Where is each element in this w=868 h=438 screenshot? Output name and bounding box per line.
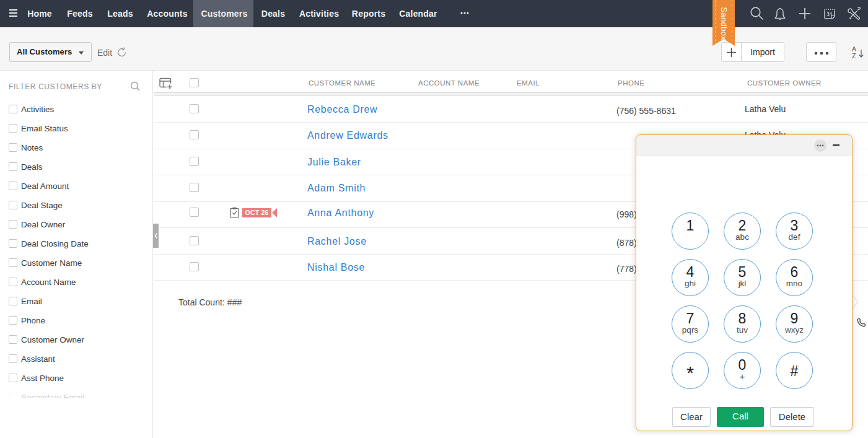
svg-text:Sandbox: Sandbox <box>719 7 729 40</box>
